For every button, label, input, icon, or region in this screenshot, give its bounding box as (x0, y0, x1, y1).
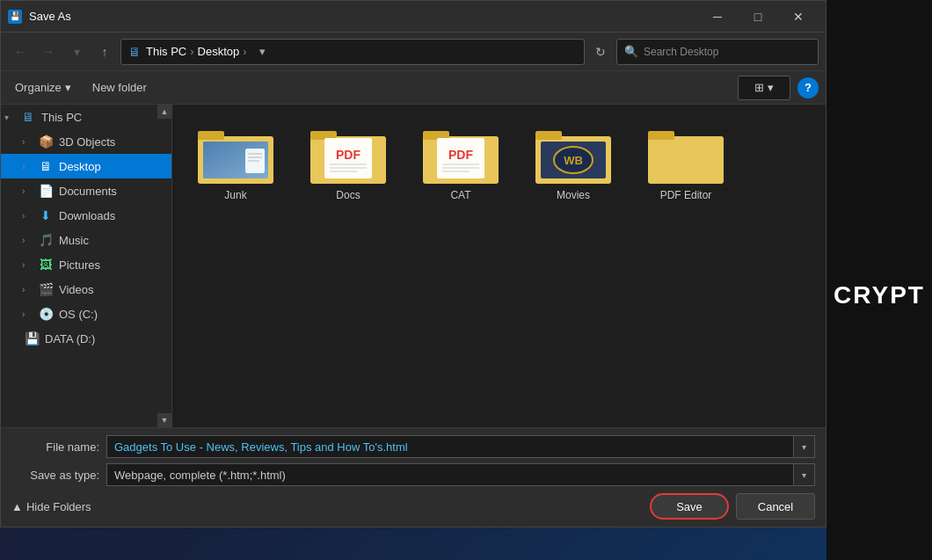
back-button[interactable]: ← (8, 40, 33, 64)
sidebar-item-documents[interactable]: › 📄 Documents (1, 178, 171, 203)
movies-folder-icon: WB (534, 122, 613, 185)
save-as-dialog: 💾 Save As ─ □ ✕ ← → ▾ ↑ 🖥 This PC › Desk… (0, 0, 826, 527)
file-area: Junk PDF Docs (172, 105, 826, 427)
file-item-junk[interactable]: Junk (183, 115, 288, 208)
file-name-input[interactable] (106, 435, 794, 458)
documents-icon: 📄 (38, 183, 54, 199)
expand-videos-arrow: › (22, 285, 33, 295)
window-controls: ─ □ ✕ (697, 1, 819, 33)
sidebar-item-music[interactable]: › 🎵 Music (1, 228, 171, 252)
breadcrumb: This PC › Desktop › (146, 45, 247, 58)
documents-label: Documents (59, 185, 117, 198)
cancel-button[interactable]: Cancel (736, 493, 815, 520)
sidebar-item-downloads[interactable]: › ⬇ Downloads (1, 203, 171, 228)
expand-pictures-arrow: › (22, 260, 33, 270)
save-type-label: Save as type: (11, 469, 99, 482)
view-icon: ⊞ (754, 81, 764, 94)
sidebar-item-os-c[interactable]: › 💿 OS (C:) (1, 302, 171, 326)
breadcrumb-sep1: › (190, 45, 193, 58)
junk-folder-icon (196, 122, 275, 185)
address-box[interactable]: 🖥 This PC › Desktop › ▾ (120, 39, 585, 65)
breadcrumb-thispc: This PC (146, 45, 186, 58)
search-box[interactable]: 🔍 Search Desktop (616, 39, 819, 65)
new-folder-label: New folder (92, 81, 147, 94)
desktop-icon: 🖥 (38, 158, 54, 174)
save-type-input[interactable] (106, 463, 794, 486)
toolbar-row: Organize ▾ New folder ⊞ ▾ ? (1, 71, 826, 105)
downloads-icon: ⬇ (38, 207, 54, 223)
expand-downloads-arrow: › (22, 211, 33, 221)
actions-row: ▲ Hide Folders Save Cancel (11, 493, 815, 520)
main-area: ▲ ▾ 🖥 This PC › 📦 3D Objects › 🖥 Desktop (1, 105, 826, 427)
videos-icon: 🎬 (38, 281, 54, 297)
dialog-icon: 💾 (8, 10, 22, 24)
minimize-button[interactable]: ─ (697, 1, 738, 33)
file-name-row: File name: ▾ (11, 435, 815, 458)
scroll-up-button[interactable]: ▲ (157, 105, 171, 119)
scroll-down-button[interactable]: ▼ (157, 413, 171, 427)
search-icon: 🔍 (624, 45, 638, 58)
docs-folder-icon: PDF (309, 122, 388, 185)
forward-button[interactable]: → (36, 40, 61, 64)
hide-icon: ▲ (11, 500, 23, 513)
svg-rect-23 (535, 131, 562, 140)
sidebar-item-data-d[interactable]: › 💾 DATA (D:) (1, 326, 171, 351)
organize-arrow: ▾ (65, 81, 71, 94)
expand-3d-arrow: › (22, 137, 33, 147)
view-button[interactable]: ⊞ ▾ (738, 76, 790, 100)
sidebar-item-videos[interactable]: › 🎬 Videos (1, 277, 171, 302)
pdf-editor-folder-icon (646, 122, 725, 185)
pictures-icon: 🖼 (38, 257, 54, 273)
file-item-docs[interactable]: PDF Docs (295, 115, 401, 208)
recent-locations-button[interactable]: ▾ (64, 40, 89, 64)
organize-button[interactable]: Organize ▾ (8, 77, 78, 98)
sidebar: ▲ ▾ 🖥 This PC › 📦 3D Objects › 🖥 Desktop (1, 105, 172, 427)
address-bar-row: ← → ▾ ↑ 🖥 This PC › Desktop › ▾ ↻ 🔍 Sear… (1, 33, 826, 71)
help-label: ? (805, 81, 812, 94)
help-button[interactable]: ? (797, 77, 819, 98)
3d-objects-label: 3D Objects (59, 135, 115, 149)
expand-docs-arrow: › (22, 186, 33, 196)
this-pc-label: This PC (41, 111, 82, 124)
music-label: Music (59, 234, 89, 247)
data-d-label: DATA (D:) (45, 332, 95, 345)
file-item-cat[interactable]: PDF CAT (408, 115, 513, 208)
up-button[interactable]: ↑ (92, 40, 117, 64)
sidebar-item-desktop[interactable]: › 🖥 Desktop (1, 154, 171, 178)
save-button[interactable]: Save (650, 493, 729, 520)
bottom-bar: File name: ▾ Save as type: ▾ ▲ Hide Fold… (1, 427, 826, 527)
file-name-dropdown[interactable]: ▾ (794, 435, 815, 458)
address-dropdown-button[interactable]: ▾ (252, 39, 273, 65)
address-pc-icon: 🖥 (128, 45, 141, 59)
docs-label: Docs (336, 189, 360, 201)
svg-text:PDF: PDF (448, 148, 473, 162)
maximize-button[interactable]: □ (738, 1, 778, 33)
new-folder-button[interactable]: New folder (85, 77, 154, 98)
expand-music-arrow: › (22, 236, 33, 245)
svg-rect-28 (648, 136, 724, 184)
dialog-title: Save As (29, 10, 697, 23)
expand-datad-arrow: › (8, 334, 18, 344)
crypt-text: CRYPT (834, 281, 925, 309)
file-item-pdf-editor[interactable]: PDF Editor (633, 115, 739, 208)
hide-folders-label: Hide Folders (26, 500, 91, 513)
refresh-button[interactable]: ↻ (588, 40, 613, 64)
file-item-movies[interactable]: WB Movies (521, 115, 626, 208)
this-pc-icon: 🖥 (20, 109, 36, 125)
file-name-label: File name: (11, 440, 99, 454)
videos-label: Videos (59, 283, 94, 296)
save-type-dropdown[interactable]: ▾ (794, 463, 815, 486)
hide-folders-button[interactable]: ▲ Hide Folders (11, 500, 91, 513)
sidebar-item-3d-objects[interactable]: › 📦 3D Objects (1, 129, 171, 154)
background-right: CRYPT (826, 0, 932, 560)
os-c-label: OS (C:) (59, 308, 98, 321)
os-c-icon: 💿 (38, 306, 54, 322)
cat-folder-icon: PDF (421, 122, 500, 185)
svg-text:PDF: PDF (336, 148, 360, 162)
svg-rect-29 (648, 131, 674, 140)
breadcrumb-desktop: Desktop (198, 45, 240, 58)
close-button[interactable]: ✕ (778, 1, 819, 33)
sidebar-item-this-pc[interactable]: ▾ 🖥 This PC (1, 105, 171, 129)
sidebar-item-pictures[interactable]: › 🖼 Pictures (1, 252, 171, 277)
view-arrow: ▾ (768, 81, 774, 94)
